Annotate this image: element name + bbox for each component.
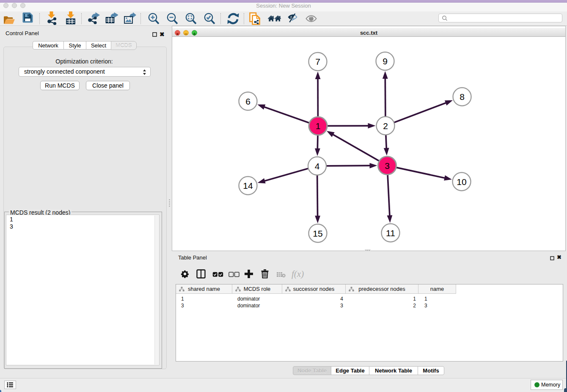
svg-text:2: 2: [383, 121, 388, 131]
svg-text:7: 7: [315, 57, 320, 66]
svg-text:9: 9: [383, 56, 388, 66]
svg-text:1: 1: [316, 121, 321, 131]
svg-text:15: 15: [313, 229, 322, 238]
svg-text:11: 11: [386, 228, 395, 238]
svg-text:14: 14: [243, 181, 253, 190]
svg-text:4: 4: [315, 161, 320, 171]
svg-text:8: 8: [460, 92, 465, 102]
svg-text:10: 10: [457, 177, 466, 187]
svg-text:6: 6: [245, 97, 250, 106]
svg-text:3: 3: [385, 161, 390, 171]
